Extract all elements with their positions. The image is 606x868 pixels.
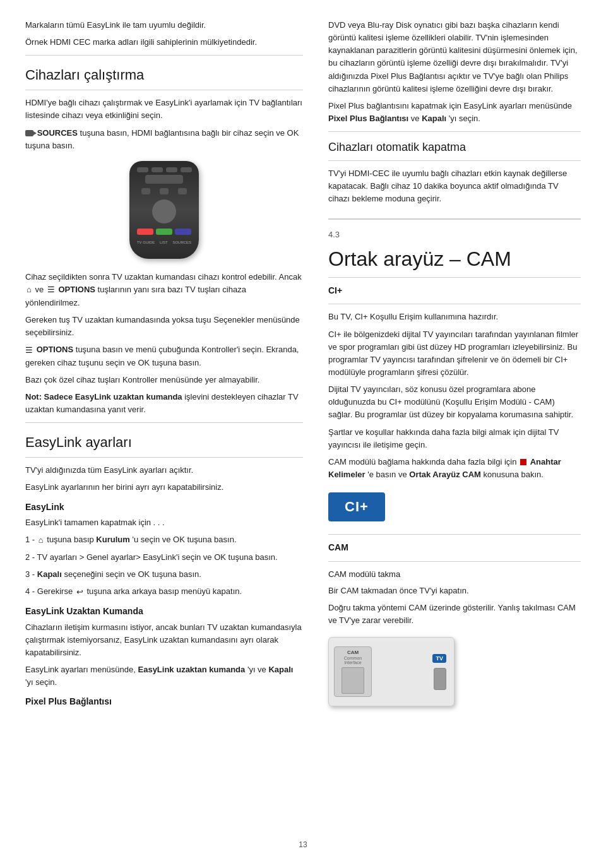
- ci-plus-text: CI+: [345, 499, 369, 515]
- remote-control-image: TV GUIDE LIST SOURCES: [126, 161, 202, 262]
- ci-p5-prefix: CAM modülü bağlama hakkında daha fazla b…: [328, 457, 516, 467]
- divider-1: [25, 55, 303, 56]
- right-divider-6: [328, 561, 581, 562]
- cam-subtitle: CAM modülü takma: [328, 568, 581, 581]
- right-p2-bold2: Kapalı: [422, 114, 446, 123]
- step1-bold: Kurulum: [96, 535, 129, 544]
- step4-prefix: 4 - Gerekirse: [25, 586, 73, 596]
- right-divider-1: [328, 131, 581, 132]
- cam-section-title: Ortak arayüz – CAM: [328, 247, 581, 271]
- cam-title: CAM: [328, 541, 581, 555]
- remote-col-btn-3: [175, 229, 191, 235]
- ci-plus-p5: CAM modülü bağlama hakkında daha fazla b…: [328, 456, 581, 481]
- section1-note: Not: Sadece EasyLink uzaktan kumanda işl…: [25, 391, 303, 416]
- right-divider-thick: [328, 218, 581, 220]
- intro-p1: Markaların tümü EasyLink ile tam uyumlu …: [25, 19, 303, 32]
- cam-device-box: CAM Common Interface TV: [328, 637, 454, 706]
- section-auto-off-title: Cihazları otomatik kapatma: [328, 141, 581, 154]
- remote-btn-1: [137, 167, 148, 172]
- ci-plus-logo: CI+: [328, 492, 385, 521]
- options-icon-p5: ☰: [25, 345, 33, 355]
- right-p2-prefix: Pixel Plus bağlantısını kapatmak için Ea…: [328, 101, 572, 110]
- ci-p5-suffix: konusuna bakın.: [484, 470, 544, 479]
- section1-p1: HDMI'ye bağlı cihazı çalıştırmak ve Easy…: [25, 97, 303, 122]
- right-divider-4: [328, 304, 581, 304]
- remote-body: TV GUIDE LIST SOURCES: [129, 161, 199, 259]
- step4-suffix: tuşuna arka arkaya basıp menüyü kapatın.: [86, 586, 242, 596]
- remote-sm-btn-3: [178, 188, 187, 194]
- right-divider-3: [328, 277, 581, 278]
- ci-plus-p2: CI+ ile bölgenizdeki dijital TV yayıncıl…: [328, 328, 581, 379]
- sources-label: SOURCES: [37, 128, 78, 138]
- right-intro-p1: DVD veya Blu-ray Disk oynatıcı gibi bazı…: [328, 19, 581, 95]
- remote-p2-prefix: EasyLink ayarları menüsünde,: [25, 665, 136, 674]
- cam-p2: Doğru takma yöntemi CAM üzerinde gösteri…: [328, 602, 581, 627]
- cam-right-panel: TV: [372, 654, 449, 690]
- remote-label-row: TV GUIDE LIST SOURCES: [129, 239, 199, 246]
- two-column-layout: Markaların tümü EasyLink ile tam uyumlu …: [25, 19, 581, 821]
- easylink-p2: EasyLink ayarlarının her birini ayrı ayr…: [25, 481, 303, 494]
- step3-prefix: 3 -: [25, 569, 35, 579]
- remote-sm-btn-1: [141, 188, 150, 194]
- intro-p2: Örnek HDMI CEC marka adları ilgili sahip…: [25, 36, 303, 49]
- step3-suffix: seçeneğini seçin ve OK tuşuna basın.: [64, 569, 201, 579]
- remote-top-buttons: [129, 161, 199, 172]
- section1-p4: Gereken tuş TV uzaktan kumandasında yoks…: [25, 314, 303, 339]
- remote-nav-circle: [152, 199, 176, 223]
- subsection-pixel-title: Pixel Plus Bağlantısı: [25, 695, 303, 709]
- remote-p2-bold1: EasyLink uzaktan kumanda: [138, 665, 246, 674]
- step1-suffix: 'u seçin ve OK tuşuna basın.: [132, 535, 236, 544]
- remote-bottom-buttons: [129, 227, 199, 237]
- remote-col-btn-1: [137, 229, 153, 235]
- cam-slot-label-cam: CAM: [347, 650, 359, 656]
- remote-p2-suffix: 'yı seçin.: [25, 677, 57, 687]
- easylink-sub-p1: EasyLink'i tamamen kapatmak için . . .: [25, 516, 303, 529]
- page-number-text: 13: [299, 840, 307, 849]
- step1-middle: tuşuna basıp: [47, 535, 93, 544]
- right-column: DVD veya Blu-ray Disk oynatıcı gibi bazı…: [328, 19, 581, 821]
- cam-slot-label-ci: Common Interface: [337, 656, 369, 665]
- cam-device-image: CAM Common Interface TV: [328, 637, 581, 706]
- auto-off-p1: TV'yi HDMI-CEC ile uyumlu bağlı cihazlar…: [328, 167, 581, 205]
- section-cihazlari-title: Cihazları çalıştırma: [25, 67, 303, 83]
- right-p2-bold1: Pixel Plus Bağlantısı: [328, 114, 408, 123]
- ci-p5-middle: 'e basın ve: [367, 470, 407, 479]
- divider-2: [25, 90, 303, 90]
- remote-label-tvguide: TV GUIDE: [137, 241, 155, 244]
- sources-icon: [25, 130, 33, 136]
- remote-col-btn-2: [156, 229, 172, 235]
- ci-plus-title: CI+: [328, 284, 581, 298]
- section1-p3: Cihaz seçildikten sonra TV uzaktan kuman…: [25, 271, 303, 309]
- step1-prefix: 1 -: [25, 535, 37, 544]
- cam-connector: [434, 668, 446, 690]
- section1-p3-text: Cihaz seçildikten sonra TV uzaktan kuman…: [25, 272, 302, 282]
- right-p2-middle: ve: [411, 114, 420, 123]
- cam-p1: Bir CAM takmadan önce TV'yi kapatın.: [328, 585, 581, 597]
- remote-big-btn: [145, 175, 183, 184]
- section-easylink-title: EasyLink ayarları: [25, 434, 303, 451]
- right-intro-p2: Pixel Plus bağlantısını kapatmak için Ea…: [328, 100, 581, 125]
- easylink-p1: TV'yi aldığınızda tüm EasyLink ayarları …: [25, 464, 303, 477]
- tv-badge: TV: [432, 654, 446, 663]
- and-text: ve: [35, 285, 45, 294]
- remote-btn-3: [166, 167, 177, 172]
- ci-plus-box: CI+: [328, 492, 385, 521]
- page-number: 13: [25, 834, 581, 849]
- remote-p2-middle: 'yı ve: [247, 665, 266, 674]
- ci-plus-p4: Şartlar ve koşullar hakkında daha fazla …: [328, 426, 581, 451]
- remote-sub-p1: Cihazların iletişim kurmasını istiyor, a…: [25, 621, 303, 659]
- ci-plus-p3: Dijital TV yayıncıları, söz konusu özel …: [328, 383, 581, 421]
- remote-btn-4: [181, 167, 192, 172]
- step3-bold: Kapalı: [37, 569, 62, 579]
- back-icon-inline: ↩: [76, 587, 83, 597]
- options-label-inline: OPTIONS: [58, 285, 95, 294]
- left-column: Markaların tümü EasyLink ile tam uyumlu …: [25, 19, 303, 821]
- ci-plus-p1: Bu TV, CI+ Koşullu Erişim kullanımına ha…: [328, 311, 581, 323]
- easylink-step2: 2 - TV ayarları > Genel ayarlar> EasyLin…: [25, 551, 303, 564]
- subsection-easylink-title: EasyLink: [25, 501, 303, 514]
- easylink-step4: 4 - Gerekirse ↩ tuşuna arka arkaya basıp…: [25, 585, 303, 598]
- easylink-step1: 1 - ⌂ tuşuna basıp Kurulum 'u seçin ve O…: [25, 533, 303, 547]
- right-p2-suffix: 'yı seçin.: [449, 114, 480, 123]
- remote-row2: [129, 186, 199, 196]
- remote-p2-bold2: Kapalı: [268, 665, 293, 674]
